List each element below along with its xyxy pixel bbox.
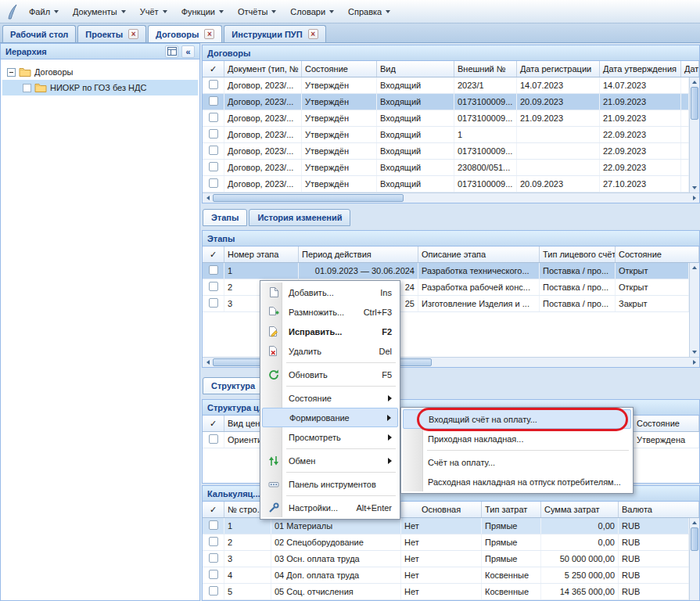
tab-instructions-pup[interactable]: Инструкции ПУП× bbox=[224, 25, 325, 42]
contract-row[interactable]: Договор, 2023/... Утверждён Входящий 017… bbox=[203, 176, 689, 193]
column-header-cost-type[interactable]: Тип затрат bbox=[482, 502, 541, 517]
horizontal-scrollbar[interactable] bbox=[203, 193, 699, 203]
row-checkbox[interactable] bbox=[209, 162, 218, 171]
row-checkbox[interactable] bbox=[209, 178, 218, 188]
scroll-right-icon[interactable] bbox=[689, 358, 699, 367]
contract-row[interactable]: Договор, 2023/... Утверждён Входящий 017… bbox=[203, 110, 689, 127]
menu-item-exchange[interactable]: Обмен bbox=[262, 451, 398, 470]
tab-history[interactable]: История изменений bbox=[249, 209, 350, 226]
vertical-scrollbar[interactable] bbox=[689, 263, 699, 357]
column-header-approval-date[interactable]: Дата утверждения bbox=[600, 61, 681, 77]
column-header-check[interactable]: ✓ bbox=[203, 416, 224, 431]
row-checkbox[interactable] bbox=[209, 146, 218, 155]
menu-item-generation[interactable]: Формирование bbox=[262, 408, 398, 427]
contract-row-selected[interactable]: Договор, 2023/... Утверждён Входящий 017… bbox=[203, 94, 689, 110]
tab-desktop[interactable]: Рабочий стол bbox=[2, 25, 76, 42]
column-header-extra-date[interactable]: Дата bbox=[681, 61, 699, 77]
close-icon[interactable]: × bbox=[128, 29, 138, 39]
scrollbar-thumb[interactable] bbox=[213, 194, 404, 202]
row-checkbox[interactable] bbox=[209, 265, 218, 275]
contract-row[interactable]: Договор, 2023/... Утверждён Входящий 230… bbox=[203, 160, 689, 176]
row-checkbox[interactable] bbox=[209, 282, 218, 291]
scroll-left-icon[interactable] bbox=[203, 358, 213, 367]
submenu-item-payment-invoice[interactable]: Счёт на оплату... bbox=[403, 452, 631, 472]
tree-node-contracts[interactable]: Договоры bbox=[2, 64, 198, 80]
tab-projects[interactable]: Проекты× bbox=[77, 25, 146, 42]
menu-item-refresh[interactable]: Обновить F5 bbox=[262, 365, 398, 384]
row-checkbox[interactable] bbox=[209, 129, 218, 139]
column-header-kind[interactable]: Вид bbox=[377, 61, 454, 77]
menu-documents[interactable]: Документы bbox=[66, 3, 133, 20]
column-header-description[interactable]: Описание этапа bbox=[418, 247, 540, 262]
scroll-up-icon[interactable] bbox=[690, 263, 699, 272]
column-header-state[interactable]: Состояние bbox=[302, 61, 377, 77]
row-checkbox[interactable] bbox=[209, 586, 218, 596]
calc-row[interactable]: 4 04 Доп. оплата труда Нет Косвенные 5 2… bbox=[203, 567, 689, 584]
calc-row[interactable]: 3 03 Осн. оплата труда Нет Прямые 50 000… bbox=[203, 551, 689, 567]
contract-row[interactable]: Договор, 2023/... Утверждён Входящий 017… bbox=[203, 143, 689, 160]
column-header-state[interactable]: Состояние bbox=[616, 247, 699, 262]
close-icon[interactable]: × bbox=[308, 29, 318, 39]
tab-stages[interactable]: Этапы bbox=[203, 209, 247, 226]
stage-row-selected[interactable]: 1 01.09.2023 — 30.06.2024 Разработка тех… bbox=[203, 263, 689, 279]
menu-item-toolbar[interactable]: Панель инструментов bbox=[262, 474, 398, 494]
scroll-down-icon[interactable] bbox=[690, 347, 699, 357]
close-icon[interactable]: × bbox=[204, 29, 214, 39]
column-header-currency[interactable]: Валюта bbox=[619, 502, 699, 517]
collapse-expander-icon[interactable] bbox=[7, 68, 16, 77]
calc-row[interactable]: 5 05 Соц. отчисления Нет Косвенные 14 36… bbox=[203, 584, 689, 600]
scroll-right-icon[interactable] bbox=[689, 193, 699, 203]
contract-row[interactable]: Договор, 2023/... Утверждён Входящий 202… bbox=[203, 77, 689, 94]
scroll-up-icon[interactable] bbox=[690, 518, 699, 527]
menu-help[interactable]: Справка bbox=[341, 3, 397, 20]
row-checkbox[interactable] bbox=[209, 537, 218, 546]
row-checkbox[interactable] bbox=[209, 434, 218, 444]
menu-item-state[interactable]: Состояние bbox=[262, 388, 398, 408]
column-header-state[interactable]: Состояние bbox=[634, 416, 699, 431]
submenu-item-dispatch-note[interactable]: Расходная накладная на отпуск потребител… bbox=[403, 472, 631, 491]
scrollbar-thumb[interactable] bbox=[691, 87, 698, 120]
column-header-external-number[interactable]: Внешний № bbox=[454, 61, 517, 77]
menu-item-add[interactable]: Добавить... Ins bbox=[262, 283, 398, 302]
vertical-scrollbar[interactable] bbox=[689, 77, 699, 193]
menu-item-duplicate[interactable]: Размножить... Ctrl+F3 bbox=[262, 302, 398, 322]
row-checkbox[interactable] bbox=[209, 80, 218, 89]
menu-item-edit[interactable]: Исправить... F2 bbox=[262, 322, 398, 341]
column-header-check[interactable]: ✓ bbox=[203, 502, 224, 517]
vertical-scrollbar[interactable] bbox=[689, 518, 699, 600]
row-checkbox[interactable] bbox=[209, 113, 218, 122]
column-header-check[interactable]: ✓ bbox=[203, 61, 224, 77]
column-header-check[interactable]: ✓ bbox=[203, 247, 224, 262]
menu-accounting[interactable]: Учёт bbox=[133, 3, 174, 20]
view-settings-icon[interactable] bbox=[165, 45, 178, 58]
menu-reports[interactable]: Отчёты bbox=[231, 3, 283, 20]
scroll-left-icon[interactable] bbox=[203, 193, 213, 203]
scrollbar-thumb[interactable] bbox=[691, 527, 698, 551]
tree-node-niokr[interactable]: НИОКР по ГОЗ без НДС bbox=[2, 80, 198, 95]
row-checkbox[interactable] bbox=[209, 570, 218, 579]
scroll-up-icon[interactable] bbox=[690, 77, 699, 87]
column-header-amount[interactable]: Сумма затрат bbox=[541, 502, 619, 517]
menu-functions[interactable]: Функции bbox=[174, 3, 231, 20]
row-checkbox[interactable] bbox=[209, 96, 218, 106]
menu-dictionaries[interactable]: Словари bbox=[283, 3, 341, 20]
tab-contracts[interactable]: Договоры× bbox=[148, 25, 222, 42]
row-checkbox[interactable] bbox=[209, 520, 218, 530]
collapse-panel-icon[interactable]: « bbox=[181, 45, 195, 58]
column-header-period[interactable]: Период действия bbox=[299, 247, 418, 262]
row-checkbox[interactable] bbox=[209, 298, 218, 308]
column-header-document[interactable]: Документ (тип, № bbox=[224, 61, 302, 77]
calc-row-selected[interactable]: 1 01 Материалы Нет Прямые 0,00 RUB bbox=[203, 518, 689, 534]
submenu-item-incoming-invoice[interactable]: Входящий счёт на оплату... bbox=[403, 409, 631, 429]
menu-item-view[interactable]: Просмотреть bbox=[262, 427, 398, 447]
column-header-account-type[interactable]: Тип лицевого счёт bbox=[540, 247, 616, 262]
scroll-down-icon[interactable] bbox=[690, 183, 699, 193]
submenu-item-receipt-note[interactable]: Приходная накладная... bbox=[403, 429, 631, 448]
menu-file[interactable]: Файл bbox=[22, 3, 66, 20]
column-header-main[interactable]: Основная bbox=[401, 502, 482, 517]
column-header-registration-date[interactable]: Дата регистрации bbox=[517, 61, 600, 77]
column-header-stage-number[interactable]: Номер этапа bbox=[224, 247, 299, 262]
tab-structure[interactable]: Структура bbox=[203, 377, 264, 394]
menu-item-settings[interactable]: Настройки... Alt+Enter bbox=[262, 498, 398, 517]
row-checkbox[interactable] bbox=[209, 553, 218, 563]
